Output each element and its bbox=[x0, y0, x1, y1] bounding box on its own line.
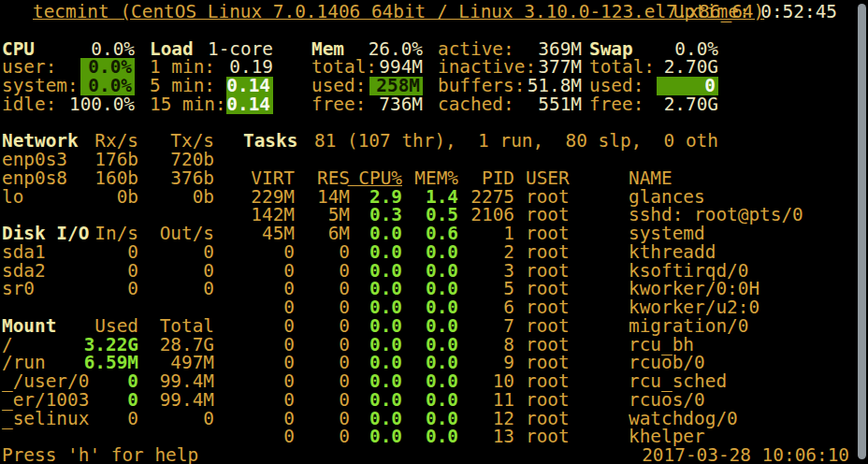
swap-label-1: used: bbox=[589, 77, 644, 95]
memx-value-2: 51.8M bbox=[470, 77, 582, 95]
proc-name-11: rcuos/0 bbox=[629, 391, 705, 410]
cpu-value-2: 100.0% bbox=[22, 95, 135, 114]
scrollbar[interactable] bbox=[858, 4, 866, 459]
proc-user-6: root bbox=[526, 298, 570, 317]
proc-header-name: NAME bbox=[629, 169, 673, 188]
cpu-value-1: 0.0% bbox=[80, 77, 135, 95]
proc-pid-8: 8 bbox=[402, 336, 514, 355]
proc-pid-3: 2 bbox=[402, 243, 514, 262]
proc-pid-13: 13 bbox=[402, 428, 514, 446]
proc-pid-7: 7 bbox=[402, 317, 514, 336]
proc-name-10: rcu_sched bbox=[629, 372, 727, 391]
proc-user-7: root bbox=[526, 317, 570, 336]
proc-header-user: USER bbox=[526, 169, 570, 188]
load-value-2: 0.14 bbox=[226, 95, 273, 114]
load-label-2: 15 min: bbox=[150, 95, 226, 114]
mem-value-1: 258M bbox=[369, 77, 423, 95]
proc-name-2: systemd bbox=[629, 225, 705, 243]
proc-name-7: migration/0 bbox=[629, 317, 748, 336]
uptime-value: 0:52:45 bbox=[750, 1, 837, 22]
network-v2-0: 720b bbox=[102, 151, 214, 169]
proc-pid-6: 6 bbox=[402, 298, 514, 317]
proc-pid-5: 5 bbox=[402, 280, 514, 298]
network-row-name-2: lo bbox=[2, 188, 23, 207]
proc-name-3: kthreadd bbox=[629, 243, 716, 262]
tasks-summary: 81 (107 thr), 1 run, 80 slp, 0 oth bbox=[314, 132, 718, 151]
load-value-1: 0.14 bbox=[226, 77, 273, 95]
tasks-title: Tasks bbox=[243, 132, 297, 151]
load-label-1: 5 min: bbox=[150, 77, 215, 95]
cpu-label-1: system: bbox=[2, 77, 79, 95]
glances-terminal[interactable]: tecmint (CentOS Linux 7.0.1406 64bit / L… bbox=[0, 0, 868, 464]
datetime: 2017-03-28 10:06:10 bbox=[642, 446, 849, 464]
swap-value-2: 2.70G bbox=[606, 95, 718, 114]
proc-header-pid: PID bbox=[402, 169, 514, 188]
proc-user-10: root bbox=[526, 372, 570, 391]
uptime-label: Uptime: bbox=[673, 1, 750, 22]
mem-label-1: used: bbox=[311, 77, 366, 95]
proc-pid-4: 3 bbox=[402, 262, 514, 281]
uptime: Uptime: 0:52:45 bbox=[673, 3, 837, 22]
swap-value-1: 0 bbox=[657, 77, 718, 95]
proc-user-2: root bbox=[526, 225, 570, 243]
proc-name-6: kworker/u2:0 bbox=[629, 298, 760, 317]
proc-user-11: root bbox=[526, 391, 570, 410]
proc-pid-2: 1 bbox=[402, 225, 514, 243]
window-title: tecmint (CentOS Linux 7.0.1406 64bit / L… bbox=[33, 3, 764, 22]
proc-pid-1: 2106 bbox=[402, 206, 514, 225]
proc-user-13: root bbox=[526, 428, 570, 446]
mem-value-2: 736M bbox=[311, 95, 423, 114]
proc-pid-11: 11 bbox=[402, 391, 514, 410]
memx-value-3: 551M bbox=[470, 95, 582, 114]
proc-user-3: root bbox=[526, 243, 570, 262]
help-hint: Press 'h' for help bbox=[2, 446, 198, 464]
proc-pid-10: 10 bbox=[402, 372, 514, 391]
